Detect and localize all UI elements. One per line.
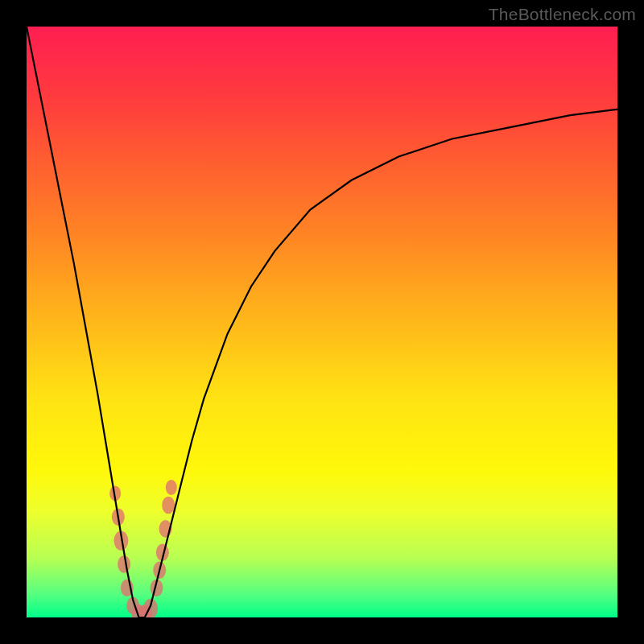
marker-blob bbox=[162, 497, 175, 514]
marker-blob bbox=[166, 480, 177, 495]
curve-path bbox=[27, 27, 617, 617]
marker-blob bbox=[118, 555, 130, 573]
marker-layer bbox=[109, 480, 177, 617]
watermark-text: TheBottleneck.com bbox=[489, 5, 636, 24]
bottleneck-curve bbox=[27, 27, 617, 617]
chart-frame: TheBottleneck.com bbox=[0, 0, 644, 644]
plot-area bbox=[27, 27, 617, 617]
